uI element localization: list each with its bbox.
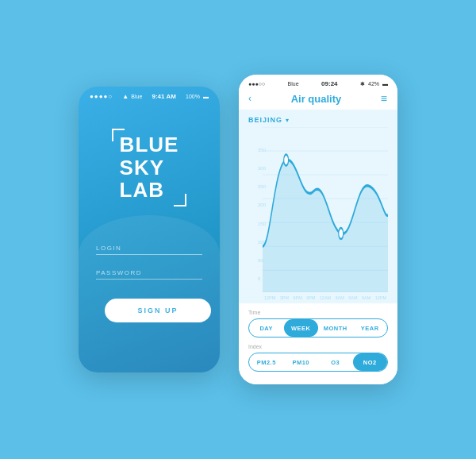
battery-bar-right: ▬ — [382, 81, 388, 87]
city-name: BEIJING — [248, 116, 282, 124]
carrier-right: Blue — [288, 81, 299, 87]
chart-dot-peak — [284, 155, 289, 166]
index-label: Index — [248, 344, 388, 349]
right-phone: ●●●○○ Blue 09:24 ✱ 42% ▬ ‹ Air quality ≡… — [239, 75, 397, 384]
back-icon[interactable]: ‹ — [248, 93, 251, 104]
time-option-year[interactable]: YEAR — [353, 319, 388, 337]
x-label-3am: 3AM — [336, 295, 344, 300]
x-label-12pm1: 12PM — [264, 295, 275, 300]
battery-left: 100% ▬ — [186, 94, 209, 99]
city-chevron-icon: ▾ — [286, 117, 289, 124]
x-label-3pm: 3PM — [280, 295, 289, 300]
chart-dot-valley — [339, 228, 344, 239]
time-pill-row: DAY WEEK MONTH YEAR — [248, 318, 388, 338]
index-option-o3[interactable]: O3 — [318, 353, 353, 371]
nav-bar: ‹ Air quality ≡ — [239, 91, 397, 110]
password-field[interactable]: PASSWORD — [96, 269, 202, 280]
carrier-left: Blue — [131, 94, 142, 99]
left-phone: ●●●●○ ▲ Blue 9:41 AM 100% ▬ BLUE SKY LAB… — [79, 87, 220, 372]
wifi-icon: ▲ — [122, 93, 129, 100]
chart-svg — [263, 127, 388, 292]
chart-area — [263, 127, 388, 292]
login-form: LOGIN PASSWORD — [79, 245, 220, 280]
status-bar-left: ●●●●○ ▲ Blue 9:41 AM 100% ▬ — [79, 87, 220, 100]
city-selector[interactable]: BEIJING ▾ — [248, 116, 388, 124]
signup-button[interactable]: SIGN UP — [105, 299, 211, 322]
login-label: LOGIN — [96, 245, 202, 252]
index-control: Index PM2.5 PM10 O3 NO2 — [248, 344, 388, 372]
logo-line-3: LAB — [120, 179, 179, 202]
x-label-9am: 9AM — [362, 295, 370, 300]
logo-line-1: BLUE — [120, 133, 179, 156]
battery-right: 42% — [368, 81, 379, 87]
login-field[interactable]: LOGIN — [96, 245, 202, 255]
signal-dots: ●●●●○ — [90, 93, 113, 100]
password-label: PASSWORD — [96, 269, 202, 276]
index-option-no2[interactable]: NO2 — [353, 353, 388, 371]
index-pill-row: PM2.5 PM10 O3 NO2 — [248, 353, 388, 372]
time-label: Time — [248, 310, 388, 315]
bluetooth-icon: ✱ — [360, 81, 365, 87]
time-control: Time DAY WEEK MONTH YEAR — [248, 310, 388, 338]
menu-icon[interactable]: ≡ — [381, 92, 388, 105]
x-label-9pm: 9PM — [306, 295, 315, 300]
time-option-week[interactable]: WEEK — [284, 319, 319, 337]
index-option-pm10[interactable]: PM10 — [284, 353, 319, 371]
x-label-12am: 12AM — [320, 295, 331, 300]
page-title: Air quality — [291, 93, 342, 105]
logo-line-2: SKY — [120, 156, 179, 179]
login-underline — [96, 254, 202, 255]
battery-icon: ▬ — [203, 94, 209, 99]
time-right: 09:24 — [321, 80, 337, 87]
password-underline — [96, 279, 202, 280]
signal-dots-right: ●●●○○ — [248, 81, 265, 87]
x-label-6am: 6AM — [348, 295, 357, 300]
index-option-pm25[interactable]: PM2.5 — [249, 353, 284, 371]
time-option-month[interactable]: MONTH — [318, 319, 353, 337]
x-label-6pm: 6PM — [293, 295, 301, 300]
controls-section: Time DAY WEEK MONTH YEAR Index PM2.5 PM1… — [239, 303, 397, 384]
status-bar-right: ●●●○○ Blue 09:24 ✱ 42% ▬ — [239, 75, 397, 91]
time-option-day[interactable]: DAY — [249, 319, 284, 337]
time-left: 9:41 AM — [152, 93, 175, 100]
x-label-12pm2: 12PM — [375, 295, 386, 300]
x-axis: 12PM 3PM 6PM 9PM 12AM 3AM 6AM 9AM 12PM — [263, 295, 388, 300]
chart-section: BEIJING ▾ 350 300 250 200 150 100 50 0 — [239, 110, 397, 303]
app-logo: BLUE SKY LAB — [112, 129, 187, 206]
